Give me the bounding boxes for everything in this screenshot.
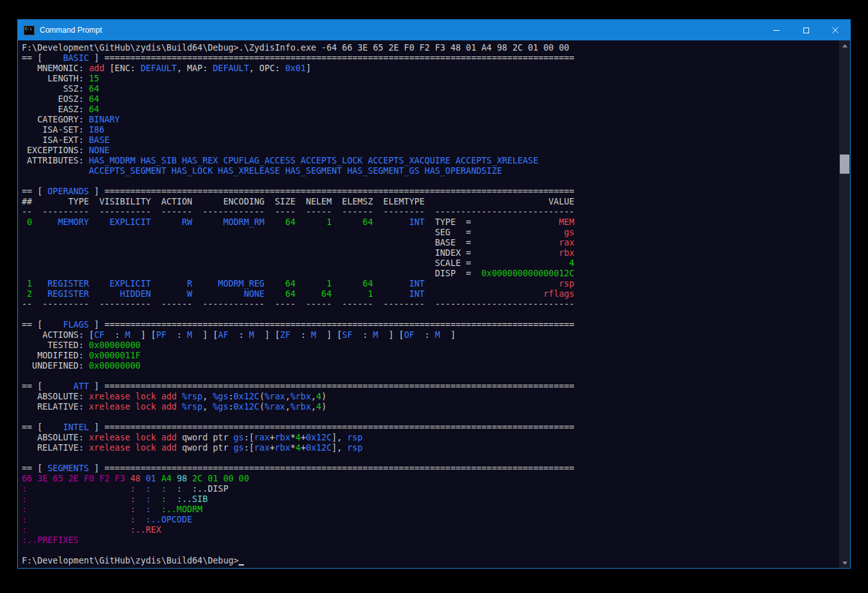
scrollbar[interactable] [839, 40, 850, 568]
terminal-line: -- --------- ---------- ------ ---------… [22, 207, 839, 217]
terminal-line: UNDEFINED: 0x00000000 [22, 361, 839, 371]
terminal-line: 66 3E 65 2E F0 F2 F3 48 01 A4 98 2C 01 0… [22, 474, 839, 484]
terminal-line: LENGTH: 15 [22, 74, 839, 84]
terminal-line: EASZ: 64 [22, 104, 839, 115]
terminal-line: == [ INTEL ] ===========================… [22, 422, 839, 433]
terminal-line [22, 176, 839, 187]
triangle-up-icon [842, 44, 848, 47]
terminal-line: ## TYPE VISIBILITY ACTION ENCODING SIZE … [22, 197, 839, 207]
terminal-line: RELATIVE: xrelease lock add %rsp, %gs:0x… [22, 402, 839, 412]
terminal-line: F:\Development\GitHub\zydis\Build64\Debu… [22, 556, 839, 566]
terminal-line: : : : :..MODRM [22, 505, 839, 515]
close-button[interactable] [821, 20, 850, 40]
terminal-line: 0 MEMORY EXPLICIT RW MODRM_RM 64 1 64 IN… [22, 217, 839, 228]
terminal-line: TESTED: 0x00000000 [22, 340, 839, 351]
terminal-line: EOSZ: 64 [22, 94, 839, 104]
terminal-line: F:\Development\GitHub\zydis\Build64\Debu… [22, 43, 839, 53]
terminal-line [22, 546, 839, 556]
terminal-line: ATTRIBUTES: HAS_MODRM HAS_SIB HAS_REX CP… [22, 156, 839, 166]
terminal-line: == [ FLAGS ] ===========================… [22, 320, 839, 330]
terminal-line: == [ SEGMENTS ] ========================… [22, 464, 839, 474]
terminal-line: SEG = gs [22, 228, 839, 238]
terminal-line: :..PREFIXES [22, 535, 839, 546]
window-title: Command Prompt [40, 26, 102, 35]
terminal-line: ACCEPTS_SEGMENT HAS_LOCK HAS_XRELEASE HA… [22, 166, 839, 176]
terminal-line: SSZ: 64 [22, 84, 839, 94]
terminal-line: ACTIONS: [CF : M ] [PF : M ] [AF : M ] [… [22, 330, 839, 340]
console: F:\Development\GitHub\zydis\Build64\Debu… [18, 40, 850, 568]
terminal-line: RELATIVE: xrelease lock add qword ptr gs… [22, 443, 839, 453]
terminal-line [22, 412, 839, 422]
terminal-line: -- --------- ---------- ------ ---------… [22, 299, 839, 310]
terminal-line [22, 371, 839, 381]
terminal-line: EXCEPTIONS: NONE [22, 146, 839, 156]
terminal-line: ABSOLUTE: xrelease lock add qword ptr gs… [22, 433, 839, 443]
terminal-line: : : :..OPCODE [22, 515, 839, 525]
terminal-line: : : : : : :..DISP [22, 484, 839, 494]
terminal-line: == [ ATT ] =============================… [22, 381, 839, 392]
terminal-line: : :..REX [22, 525, 839, 535]
terminal-line: ABSOLUTE: xrelease lock add %rsp, %gs:0x… [22, 392, 839, 402]
terminal-line: INDEX = rbx [22, 248, 839, 258]
terminal-line: MODIFIED: 0x0000011F [22, 351, 839, 361]
terminal-line: 2 REGISTER HIDDEN W NONE 64 64 1 INT rfl… [22, 289, 839, 299]
terminal-line: ISA-SET: I86 [22, 125, 839, 135]
terminal-line [22, 453, 839, 464]
scroll-up-button[interactable] [839, 40, 850, 51]
minimize-icon [773, 30, 780, 31]
scroll-down-button[interactable] [839, 558, 850, 568]
window-controls [762, 20, 850, 40]
terminal-line: 1 REGISTER EXPLICIT R MODRM_REG 64 1 64 … [22, 279, 839, 289]
terminal-line: CATEGORY: BINARY [22, 115, 839, 125]
terminal-line: BASE = rax [22, 238, 839, 248]
terminal-line: == [ OPERANDS ] ========================… [22, 187, 839, 197]
terminal-line: ISA-EXT: BASE [22, 135, 839, 146]
triangle-down-icon [842, 562, 848, 565]
minimize-button[interactable] [762, 20, 791, 40]
maximize-button[interactable] [791, 20, 821, 40]
terminal-line: DISP = 0x000000000000012C [22, 269, 839, 279]
terminal-line [22, 310, 839, 320]
maximize-icon [803, 28, 809, 33]
cmd-icon-label: C:\ [25, 26, 32, 31]
command-prompt-window: C:\ Command Prompt F:\Development\GitHub… [17, 19, 851, 569]
terminal-screen[interactable]: F:\Development\GitHub\zydis\Build64\Debu… [18, 40, 839, 568]
terminal-line: MNEMONIC: add [ENC: DEFAULT, MAP: DEFAUL… [22, 63, 839, 74]
terminal-line: SCALE = 4 [22, 258, 839, 269]
terminal-line: : : : : :..SIB [22, 494, 839, 505]
scrollbar-thumb[interactable] [840, 155, 849, 174]
titlebar[interactable]: C:\ Command Prompt [18, 20, 850, 40]
terminal-line: == [ BASIC ] ===========================… [22, 53, 839, 63]
close-icon [832, 27, 839, 33]
cmd-icon: C:\ [24, 26, 35, 35]
